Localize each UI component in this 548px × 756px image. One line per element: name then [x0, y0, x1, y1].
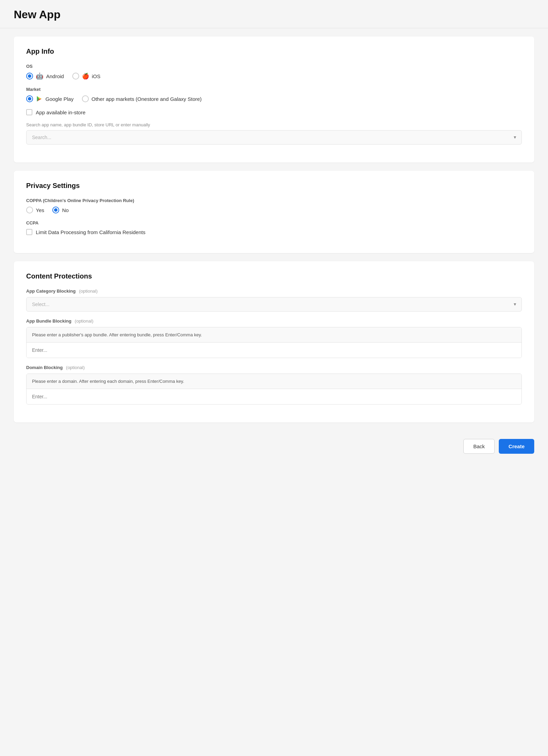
- market-label: Market: [26, 87, 522, 92]
- create-button[interactable]: Create: [499, 439, 534, 454]
- privacy-settings-section: Privacy Settings COPPA (Children's Onlin…: [14, 171, 534, 253]
- ccpa-checkbox-option[interactable]: Limit Data Processing from California Re…: [26, 229, 522, 235]
- os-android-radio[interactable]: [26, 73, 33, 80]
- bundle-blocking-card: Please enter a publisher's app bundle. A…: [26, 327, 522, 358]
- bundle-blocking-hint: Please enter a publisher's app bundle. A…: [27, 327, 521, 343]
- bundle-blocking-input[interactable]: [27, 343, 521, 358]
- app-info-title: App Info: [26, 48, 522, 55]
- app-available-checkbox-option[interactable]: App available in-store: [26, 109, 522, 115]
- os-ios-radio[interactable]: [72, 73, 79, 80]
- coppa-field-group: COPPA (Children's Online Privacy Protect…: [26, 198, 522, 213]
- market-google-play-label: Google Play: [45, 96, 74, 102]
- os-field-group: OS 🤖 Android 🍎 iOS: [26, 64, 522, 80]
- app-info-section: App Info OS 🤖 Android 🍎 iOS: [14, 36, 534, 162]
- android-icon: 🤖: [36, 72, 43, 80]
- footer-buttons: Back Create: [0, 431, 548, 462]
- ios-icon: 🍎: [82, 73, 89, 80]
- os-android-option[interactable]: 🤖 Android: [26, 72, 64, 80]
- ccpa-field-group: CCPA Limit Data Processing from Californ…: [26, 220, 522, 235]
- domain-blocking-card: Please enter a domain. After entering ea…: [26, 374, 522, 405]
- coppa-no-radio[interactable]: [52, 207, 59, 213]
- back-button[interactable]: Back: [463, 439, 495, 454]
- page-title: New App: [14, 8, 534, 21]
- ccpa-checkbox[interactable]: [26, 229, 32, 235]
- market-other-option[interactable]: Other app markets (Onestore and Galaxy S…: [82, 95, 202, 102]
- category-blocking-label: App Category Blocking (optional): [26, 288, 522, 294]
- coppa-radio-group: Yes No: [26, 207, 522, 213]
- market-field-group: Market: [26, 87, 522, 102]
- app-available-label: App available in-store: [36, 109, 85, 115]
- market-google-play-radio[interactable]: [26, 95, 33, 102]
- domain-blocking-optional: (optional): [66, 365, 85, 370]
- os-ios-option[interactable]: 🍎 iOS: [72, 73, 101, 80]
- google-play-icon: [36, 95, 43, 102]
- category-blocking-select[interactable]: Select...: [26, 297, 522, 312]
- market-radio-group: Google Play Other app markets (Onestore …: [26, 95, 522, 102]
- bundle-blocking-field-group: App Bundle Blocking (optional) Please en…: [26, 318, 522, 358]
- market-other-label: Other app markets (Onestore and Galaxy S…: [92, 96, 202, 102]
- ccpa-checkbox-label: Limit Data Processing from California Re…: [36, 229, 145, 235]
- ccpa-label: CCPA: [26, 220, 522, 225]
- category-blocking-optional: (optional): [79, 288, 97, 294]
- market-google-play-option[interactable]: Google Play: [26, 95, 74, 102]
- app-available-checkbox[interactable]: [26, 109, 32, 115]
- search-select-wrapper: Search... ▼: [26, 130, 522, 145]
- main-content: App Info OS 🤖 Android 🍎 iOS: [0, 28, 548, 431]
- domain-blocking-input[interactable]: [27, 389, 521, 404]
- search-field-group: Search app name, app bundle ID, store UR…: [26, 122, 522, 145]
- domain-blocking-label: Domain Blocking (optional): [26, 365, 522, 370]
- content-protections-title: Content Protections: [26, 272, 522, 280]
- search-hint-label: Search app name, app bundle ID, store UR…: [26, 122, 522, 127]
- content-protections-section: Content Protections App Category Blockin…: [14, 261, 534, 422]
- search-select[interactable]: Search...: [26, 130, 522, 145]
- coppa-yes-label: Yes: [36, 207, 44, 213]
- category-blocking-field-group: App Category Blocking (optional) Select.…: [26, 288, 522, 312]
- os-ios-label: iOS: [92, 73, 101, 79]
- coppa-no-label: No: [62, 207, 68, 213]
- coppa-label: COPPA (Children's Online Privacy Protect…: [26, 198, 522, 203]
- market-other-radio[interactable]: [82, 95, 89, 102]
- app-available-field-group: App available in-store: [26, 109, 522, 115]
- os-radio-group: 🤖 Android 🍎 iOS: [26, 72, 522, 80]
- coppa-yes-radio[interactable]: [26, 207, 33, 213]
- os-android-label: Android: [46, 73, 64, 79]
- bundle-blocking-optional: (optional): [75, 318, 93, 324]
- os-label: OS: [26, 64, 522, 69]
- category-blocking-select-wrapper: Select... ▼: [26, 297, 522, 312]
- coppa-yes-option[interactable]: Yes: [26, 207, 44, 213]
- domain-blocking-hint: Please enter a domain. After entering ea…: [27, 374, 521, 389]
- coppa-no-option[interactable]: No: [52, 207, 68, 213]
- page-header: New App: [0, 0, 548, 28]
- domain-blocking-field-group: Domain Blocking (optional) Please enter …: [26, 365, 522, 405]
- privacy-settings-title: Privacy Settings: [26, 182, 522, 190]
- bundle-blocking-label: App Bundle Blocking (optional): [26, 318, 522, 324]
